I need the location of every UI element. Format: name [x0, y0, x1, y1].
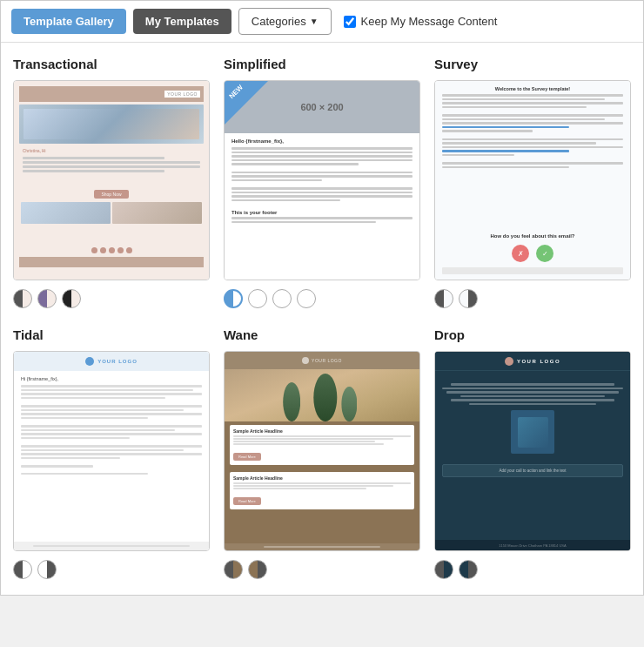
logo-text: YOUR LOGO [164, 91, 200, 98]
drop-image-area [511, 410, 554, 454]
simplified-swatches [224, 287, 420, 310]
wane-footer [225, 543, 419, 550]
tidal-footer-address [14, 542, 209, 550]
template-gallery-button[interactable]: Template Gallery [11, 9, 126, 34]
wane-preview[interactable]: YOUR LOGO Sample Article Headline [224, 351, 420, 551]
template-card-wane[interactable]: Wane YOUR LOGO Sample Article Headline [224, 327, 420, 581]
swatch-wane-1[interactable] [224, 560, 243, 579]
drop-preview[interactable]: YOUR LOGO Add your call to action [434, 351, 631, 551]
swatch-1[interactable] [13, 289, 32, 308]
swatch-drop-1[interactable] [434, 560, 453, 579]
template-card-transactional[interactable]: Transactional YOUR LOGO Christina, Hi [13, 57, 210, 310]
categories-button[interactable]: Categories ▼ [238, 8, 332, 35]
swatch-white-3[interactable] [297, 289, 316, 308]
my-templates-button[interactable]: My Templates [133, 9, 231, 34]
swatch-blue[interactable] [224, 289, 243, 308]
transactional-preview[interactable]: YOUR LOGO Christina, Hi [13, 80, 210, 280]
drop-cta-box[interactable]: Add your call to action and link the tex… [442, 464, 623, 477]
wane-hero-image [225, 369, 419, 421]
template-gallery: Transactional YOUR LOGO Christina, Hi [1, 43, 643, 595]
survey-preview[interactable]: Welcome to the Survey template! [434, 80, 631, 280]
transactional-swatches [13, 287, 210, 310]
swatch-2[interactable] [37, 289, 57, 308]
simplified-title: Simplified [224, 57, 420, 71]
drop-logo-icon [505, 357, 513, 366]
swatch-tidal-1[interactable] [13, 560, 32, 579]
drop-title: Drop [434, 327, 631, 342]
chevron-down-icon: ▼ [310, 17, 319, 26]
swatch-white-2[interactable] [272, 289, 292, 308]
wane-article-2: Sample Article Headline Read More [230, 472, 414, 509]
template-card-drop[interactable]: Drop YOUR LOGO [434, 327, 631, 581]
wane-swatches [224, 558, 420, 581]
wane-logo-icon [302, 357, 309, 364]
drop-swatches [434, 558, 631, 581]
template-card-survey[interactable]: Survey Welcome to the Survey template! [434, 57, 631, 310]
simplified-greeting: Hello {firstname_fix}, [231, 138, 413, 144]
keep-content-checkbox[interactable] [344, 16, 356, 28]
survey-link-2 [442, 150, 569, 152]
keep-content-text: Keep My Message Content [361, 15, 498, 28]
swatch-tidal-2[interactable] [37, 560, 57, 579]
header-bar: Template Gallery My Templates Categories… [1, 1, 643, 43]
survey-no-button[interactable]: ✗ [512, 245, 529, 262]
wane-logo-text: YOUR LOGO [312, 358, 342, 363]
keep-content-label[interactable]: Keep My Message Content [344, 15, 498, 28]
survey-link [442, 126, 569, 129]
drop-footer-address: 1150 Mason Drive Chatham PA 18814 USA [435, 540, 630, 550]
template-card-tidal[interactable]: Tidal YOUR LOGO Hi {firstname_fix}, [13, 327, 210, 581]
new-badge [225, 81, 268, 125]
tidal-swatches [13, 558, 210, 581]
swatch-3[interactable] [62, 289, 81, 308]
transactional-title: Transactional [13, 57, 210, 71]
tidal-preview[interactable]: YOUR LOGO Hi {firstname_fix}, [13, 351, 210, 551]
swatch-dark-right[interactable] [459, 289, 478, 308]
app-container: Template Gallery My Templates Categories… [0, 0, 644, 596]
drop-logo-text: YOUR LOGO [517, 359, 560, 364]
wane-article-1: Sample Article Headline Read More [230, 425, 414, 465]
simplified-preview[interactable]: NEW 600 × 200 Hello {firstname_fix}, [224, 80, 420, 280]
swatch-dark-left[interactable] [434, 289, 453, 308]
tidal-logo-text: YOUR LOGO [97, 359, 138, 364]
survey-swatches [434, 287, 631, 310]
tidal-logo-icon [85, 357, 94, 366]
tidal-title: Tidal [13, 327, 210, 342]
survey-title: Survey [434, 57, 631, 71]
swatch-wane-2[interactable] [248, 560, 267, 579]
survey-yes-button[interactable]: ✓ [536, 245, 553, 262]
survey-footer-address [442, 267, 623, 274]
template-card-simplified[interactable]: Simplified NEW 600 × 200 Hello {firstnam… [224, 57, 420, 310]
wane-title: Wane [224, 327, 420, 342]
swatch-drop-2[interactable] [459, 560, 478, 579]
cta-button-preview: Shop Now [94, 190, 128, 199]
categories-label: Categories [252, 15, 306, 28]
survey-question: How do you feel about this email? [442, 233, 623, 239]
swatch-white-1[interactable] [248, 289, 267, 308]
survey-template-title: Welcome to the Survey template! [442, 86, 623, 91]
tidal-greeting: Hi {firstname_fix}, [21, 376, 202, 381]
